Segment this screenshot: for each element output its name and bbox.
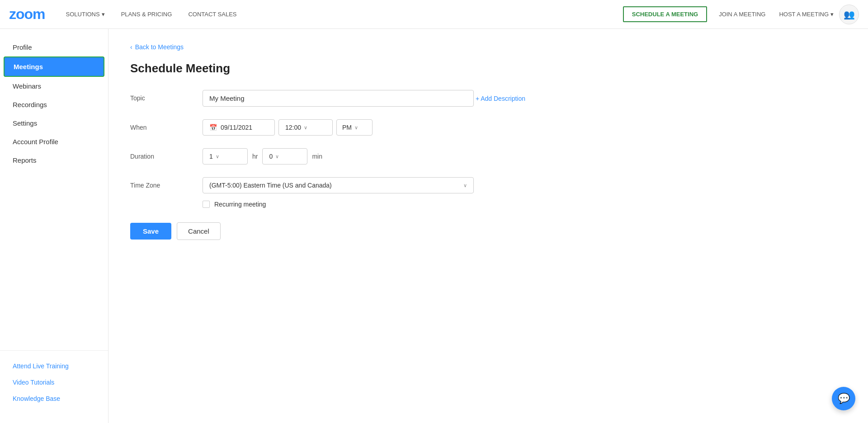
page-title: Schedule Meeting <box>130 61 846 75</box>
time-select[interactable]: 12:00 ∨ <box>278 119 333 136</box>
header-nav: SOLUTIONS ▾ PLANS & PRICING CONTACT SALE… <box>60 7 623 21</box>
min-label: min <box>312 153 322 160</box>
header-nav-right: SCHEDULE A MEETING JOIN A MEETING HOST A… <box>623 5 859 24</box>
sidebar-link-attend-live-training[interactable]: Attend Live Training <box>0 358 108 374</box>
nav-contact-sales[interactable]: CONTACT SALES <box>182 7 243 21</box>
avatar[interactable]: 👥 <box>839 5 859 24</box>
join-meeting-button[interactable]: JOIN A MEETING <box>711 7 774 21</box>
chevron-down-icon: ∨ <box>304 125 307 131</box>
header: zoom SOLUTIONS ▾ PLANS & PRICING CONTACT… <box>0 0 868 29</box>
when-row: When 📅 09/11/2021 12:00 ∨ PM ∨ <box>130 119 846 136</box>
duration-row: Duration 1 ∨ hr 0 ∨ min <box>130 148 846 164</box>
sidebar-item-profile[interactable]: Profile <box>0 38 108 56</box>
chevron-down-icon: ∨ <box>463 183 467 188</box>
layout: Profile Meetings Webinars Recordings Set… <box>0 29 868 423</box>
nav-plans-pricing[interactable]: PLANS & PRICING <box>115 7 179 21</box>
when-label: When <box>130 119 203 131</box>
chevron-down-icon: ∨ <box>354 125 358 131</box>
add-description-button[interactable]: + Add Description <box>476 95 525 102</box>
duration-control: 1 ∨ hr 0 ∨ min <box>203 148 846 164</box>
back-to-meetings-link[interactable]: ‹ Back to Meetings <box>130 43 846 51</box>
sidebar: Profile Meetings Webinars Recordings Set… <box>0 29 108 423</box>
sidebar-item-recordings[interactable]: Recordings <box>0 95 108 114</box>
sidebar-item-reports[interactable]: Reports <box>0 151 108 169</box>
topic-control: + Add Description <box>203 90 846 107</box>
topic-label: Topic <box>130 90 203 102</box>
hr-label: hr <box>252 153 258 160</box>
duration-inputs: 1 ∨ hr 0 ∨ min <box>203 148 846 164</box>
when-control: 📅 09/11/2021 12:00 ∨ PM ∨ <box>203 119 846 136</box>
when-inputs: 📅 09/11/2021 12:00 ∨ PM ∨ <box>203 119 846 136</box>
logo[interactable]: zoom <box>9 6 45 23</box>
sidebar-bottom: Attend Live Training Video Tutorials Kno… <box>0 350 108 414</box>
main-content: ‹ Back to Meetings Schedule Meeting Topi… <box>108 29 868 423</box>
sidebar-nav: Profile Meetings Webinars Recordings Set… <box>0 38 108 332</box>
save-button[interactable]: Save <box>130 223 171 240</box>
recurring-label: Recurring meeting <box>214 201 266 208</box>
logo-text: zoom <box>9 6 45 22</box>
sidebar-link-video-tutorials[interactable]: Video Tutorials <box>0 374 108 390</box>
chevron-down-icon: ▾ <box>102 11 105 18</box>
sidebar-item-account-profile[interactable]: Account Profile <box>0 132 108 151</box>
sidebar-item-meetings[interactable]: Meetings <box>4 56 104 77</box>
form-actions: Save Cancel <box>130 222 846 240</box>
back-chevron-icon: ‹ <box>130 43 132 51</box>
topic-row: Topic + Add Description <box>130 90 846 107</box>
avatar-icon: 👥 <box>844 9 855 20</box>
chat-icon: 💬 <box>838 393 850 404</box>
timezone-label: Time Zone <box>130 177 203 189</box>
host-meeting-button[interactable]: HOST A MEETING ▾ <box>777 7 835 21</box>
duration-min-select[interactable]: 0 ∨ <box>262 148 307 164</box>
recurring-checkbox[interactable] <box>203 201 210 208</box>
calendar-icon: 📅 <box>209 124 217 131</box>
date-picker[interactable]: 📅 09/11/2021 <box>203 119 275 136</box>
sidebar-item-settings[interactable]: Settings <box>0 114 108 132</box>
topic-input[interactable] <box>203 90 474 107</box>
recurring-row: Recurring meeting <box>203 201 846 208</box>
sidebar-item-webinars[interactable]: Webinars <box>0 77 108 95</box>
ampm-select[interactable]: PM ∨ <box>336 119 373 136</box>
timezone-control: (GMT-5:00) Eastern Time (US and Canada) … <box>203 177 846 208</box>
nav-solutions[interactable]: SOLUTIONS ▾ <box>60 7 111 21</box>
chevron-down-icon: ∨ <box>216 154 219 160</box>
chat-bubble-button[interactable]: 💬 <box>832 387 855 410</box>
duration-hr-select[interactable]: 1 ∨ <box>203 148 248 164</box>
schedule-meeting-button[interactable]: SCHEDULE A MEETING <box>623 6 707 22</box>
chevron-down-icon: ∨ <box>275 154 279 160</box>
timezone-row: Time Zone (GMT-5:00) Eastern Time (US an… <box>130 177 846 208</box>
sidebar-link-knowledge-base[interactable]: Knowledge Base <box>0 390 108 407</box>
timezone-select[interactable]: (GMT-5:00) Eastern Time (US and Canada) … <box>203 177 474 193</box>
cancel-button[interactable]: Cancel <box>177 222 221 240</box>
chevron-down-icon: ▾ <box>830 11 834 18</box>
duration-label: Duration <box>130 148 203 160</box>
